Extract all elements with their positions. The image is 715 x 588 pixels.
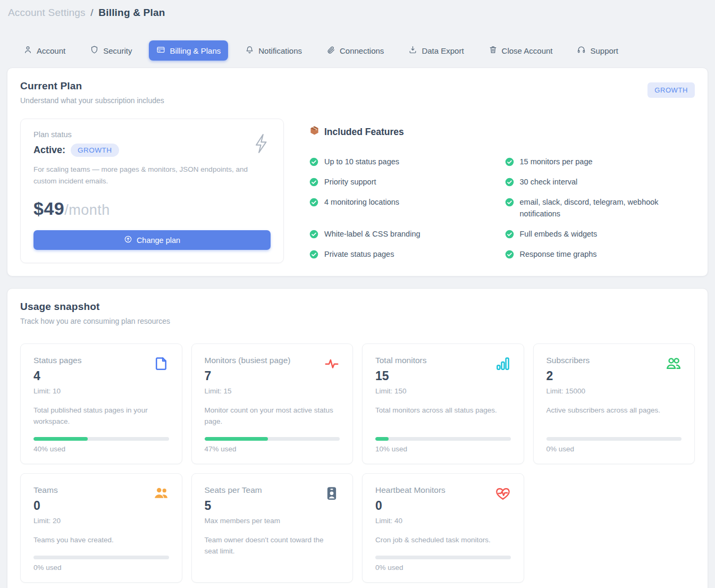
tab-label: Support <box>590 46 618 55</box>
check-circle-icon <box>309 230 318 239</box>
activity-icon <box>324 356 340 374</box>
trash-icon <box>489 45 498 56</box>
check-circle-icon <box>309 250 318 259</box>
breadcrumb-section[interactable]: Account Settings <box>8 7 86 18</box>
plan-price-period: /month <box>64 202 110 219</box>
current-plan-subtitle: Understand what your subscription includ… <box>20 96 164 105</box>
tab-data-export[interactable]: Data Export <box>401 40 471 61</box>
usage-limit: Max members per team <box>205 517 340 525</box>
change-plan-button[interactable]: Change plan <box>33 230 271 250</box>
file-icon <box>153 356 169 374</box>
check-circle-icon <box>309 157 318 166</box>
users-filled-icon <box>153 485 169 503</box>
usage-limit: Limit: 150 <box>375 387 511 395</box>
progress-bar <box>33 437 169 441</box>
percent-used-label: 0% used <box>33 564 169 572</box>
feature-item: email, slack, discord, telegram, webhook… <box>505 196 686 220</box>
usage-snapshot-section: Usage snapshot Track how you are consumi… <box>7 288 708 588</box>
feature-item: Full embeds & widgets <box>505 228 686 240</box>
feature-item: White-label & CSS branding <box>309 228 490 240</box>
tab-connections[interactable]: Connections <box>319 40 391 61</box>
plan-badge: GROWTH <box>647 82 695 98</box>
tab-security[interactable]: Security <box>82 40 139 61</box>
feature-item: Up to 10 status pages <box>309 156 490 167</box>
features-heading: Included Features <box>324 127 404 138</box>
usage-value: 0 <box>375 499 511 513</box>
percent-used-label: 47% used <box>205 445 340 453</box>
usage-limit: Limit: 15 <box>205 387 340 395</box>
feature-item: Private status pages <box>309 248 490 260</box>
check-circle-icon <box>505 230 514 239</box>
tab-support[interactable]: Support <box>569 40 626 61</box>
users-icon <box>666 356 682 374</box>
id-badge-icon <box>324 485 340 503</box>
package-icon <box>309 125 319 138</box>
progress-bar <box>33 556 169 559</box>
progress-bar <box>375 556 511 559</box>
usage-value: 0 <box>33 499 169 513</box>
usage-title: Usage snapshot <box>20 301 695 313</box>
lightning-icon <box>253 133 271 156</box>
feature-item: Priority support <box>309 176 490 188</box>
usage-subtitle: Track how you are consuming plan resourc… <box>20 317 695 325</box>
tab-label: Data Export <box>422 46 464 55</box>
check-circle-icon <box>505 157 514 166</box>
usage-card-heartbeat-monitors: Heartbeat Monitors 0 Limit: 40 Cron job … <box>362 473 524 583</box>
headset-icon <box>577 45 586 56</box>
usage-card-seats-per-team: Seats per Team 5 Max members per team Te… <box>191 473 354 583</box>
included-features: Included Features Up to 10 status pages … <box>309 119 695 263</box>
usage-card-total-monitors: Total monitors 15 Limit: 150 Total monit… <box>362 343 524 464</box>
usage-value: 5 <box>205 499 340 513</box>
usage-limit: Limit: 15000 <box>546 387 682 395</box>
breadcrumb: Account Settings / Billing & Plan <box>0 0 715 19</box>
tab-close-account[interactable]: Close Account <box>481 40 560 61</box>
usage-card-monitors-busiest: Monitors (busiest page) 7 Limit: 15 Moni… <box>191 343 354 464</box>
usage-description: Active subscribers across all pages. <box>546 405 682 416</box>
breadcrumb-separator: / <box>90 7 93 18</box>
usage-description: Monitor count on your most active status… <box>205 405 340 427</box>
feature-item: 30 check interval <box>505 176 686 188</box>
plan-tier-badge: GROWTH <box>71 144 119 157</box>
usage-value: 4 <box>33 369 169 383</box>
percent-used-label: 10% used <box>375 445 511 453</box>
tab-label: Connections <box>340 46 384 55</box>
percent-used-label: 40% used <box>33 445 169 453</box>
tab-label: Close Account <box>502 46 553 55</box>
bell-icon <box>245 45 254 56</box>
check-circle-icon <box>505 250 514 259</box>
tab-label: Account <box>37 46 65 55</box>
usage-card-status-pages: Status pages 4 Limit: 10 Total published… <box>20 343 182 464</box>
usage-value: 15 <box>375 369 511 383</box>
tab-notifications[interactable]: Notifications <box>238 40 309 61</box>
current-plan-section: Current Plan Understand what your subscr… <box>7 68 708 276</box>
tab-billing-plans[interactable]: Billing & Plans <box>149 40 228 61</box>
progress-bar <box>546 437 682 441</box>
progress-bar <box>375 437 511 441</box>
plan-status-label: Plan status <box>33 130 271 139</box>
usage-limit: Limit: 20 <box>33 517 169 525</box>
usage-value: 2 <box>546 369 682 383</box>
bar-chart-icon <box>495 356 511 374</box>
download-icon <box>408 45 417 56</box>
usage-description: Team owner doesn't count toward the seat… <box>205 535 340 557</box>
plan-price: $49 <box>33 198 64 219</box>
check-circle-icon <box>309 198 318 207</box>
plan-status-card: Plan status Active: GROWTH For scaling t… <box>20 119 284 263</box>
shield-icon <box>90 45 99 56</box>
usage-description: Teams you have created. <box>33 535 169 546</box>
page-title: Billing & Plan <box>98 7 165 18</box>
feature-item: Response time graphs <box>505 248 686 260</box>
check-circle-icon <box>309 178 318 187</box>
usage-description: Cron job & scheduled task monitors. <box>375 535 511 546</box>
plan-status-value: Active: <box>33 145 65 156</box>
arrow-up-circle-icon <box>124 235 132 245</box>
user-icon <box>23 45 32 56</box>
usage-limit: Limit: 10 <box>33 387 169 395</box>
usage-description: Total published status pages in your wor… <box>33 405 169 427</box>
progress-bar <box>205 437 340 441</box>
tab-label: Security <box>103 46 132 55</box>
usage-limit: Limit: 40 <box>375 517 511 525</box>
tab-account[interactable]: Account <box>16 40 73 61</box>
percent-used-label: 0% used <box>546 445 682 453</box>
usage-description: Total monitors across all status pages. <box>375 405 511 416</box>
